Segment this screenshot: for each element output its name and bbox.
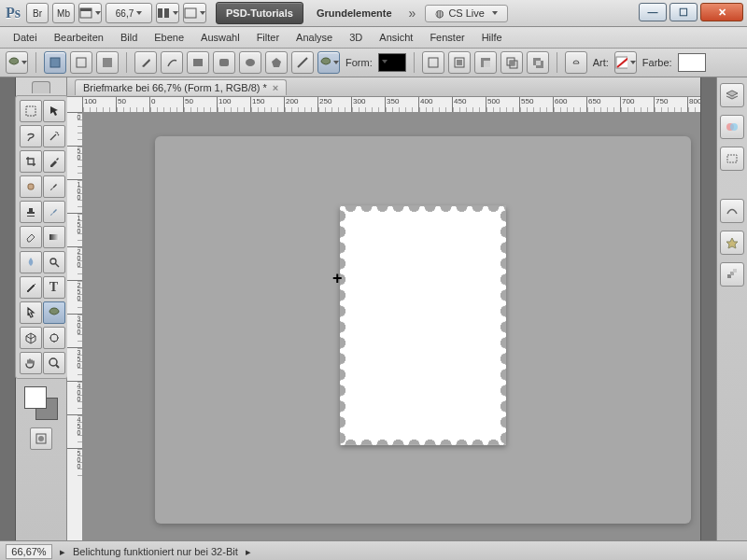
svg-rect-17 bbox=[484, 61, 490, 67]
vertical-ruler[interactable]: 050100150200250300350400450500 bbox=[67, 112, 83, 540]
rectangle-shape-icon[interactable] bbox=[187, 51, 209, 74]
cs-live-label: CS Live bbox=[448, 7, 485, 19]
freeform-pen-icon[interactable] bbox=[161, 51, 183, 74]
right-edge-gutter[interactable] bbox=[700, 77, 716, 540]
fill-pixels-mode[interactable] bbox=[96, 51, 119, 74]
cs-live-button[interactable]: ◍ CS Live bbox=[425, 5, 508, 22]
svg-point-31 bbox=[50, 334, 58, 342]
style-link-icon[interactable] bbox=[565, 51, 587, 74]
paths-panel-icon[interactable] bbox=[720, 147, 744, 171]
ellipse-shape-icon[interactable] bbox=[239, 51, 261, 74]
menu-bearbeiten[interactable]: Bearbeiten bbox=[49, 30, 109, 45]
color-picker[interactable] bbox=[678, 53, 706, 72]
workspace-selector[interactable]: Grundelemente bbox=[309, 3, 400, 23]
workspace-more-icon[interactable]: » bbox=[409, 6, 416, 21]
path-subtract-icon[interactable] bbox=[474, 51, 497, 74]
left-edge-gutter[interactable] bbox=[0, 77, 16, 540]
path-intersect-icon[interactable] bbox=[500, 51, 523, 74]
foreground-color-swatch[interactable] bbox=[24, 386, 47, 409]
marquee-tool[interactable] bbox=[20, 100, 42, 122]
path-add-icon[interactable] bbox=[448, 51, 471, 74]
menu-bild[interactable]: Bild bbox=[115, 30, 143, 45]
ruler-origin[interactable] bbox=[67, 97, 83, 113]
menu-3d[interactable]: 3D bbox=[344, 30, 368, 45]
fg-bg-colors[interactable] bbox=[22, 385, 60, 422]
path-exclude-icon[interactable] bbox=[527, 51, 549, 74]
shape-layers-mode[interactable] bbox=[44, 51, 66, 74]
hand-tool[interactable] bbox=[20, 352, 42, 374]
3d-object-tool[interactable] bbox=[20, 327, 42, 349]
horizontal-ruler[interactable]: 1005005010015020025030035040045050055060… bbox=[82, 97, 700, 113]
dodge-tool[interactable] bbox=[43, 251, 65, 273]
stamp-shape[interactable] bbox=[340, 205, 506, 444]
path-new-icon[interactable] bbox=[422, 51, 444, 74]
3d-camera-tool[interactable] bbox=[43, 327, 65, 349]
pen-tool-icon[interactable] bbox=[134, 51, 157, 74]
pen-tool[interactable] bbox=[20, 276, 42, 299]
tools-panel: T bbox=[16, 77, 67, 540]
paths-mode[interactable] bbox=[70, 51, 92, 74]
status-bar: 66,67% ▸ Belichtung funktioniert nur bei… bbox=[0, 540, 747, 560]
canvas[interactable]: + bbox=[82, 112, 700, 540]
menu-fenster[interactable]: Fenster bbox=[424, 30, 470, 45]
menu-ebene[interactable]: Ebene bbox=[148, 30, 190, 45]
main-body: T Briefmarke bei 66,7% (Form 1, RGB/8) *… bbox=[0, 77, 747, 540]
zoom-tool[interactable] bbox=[43, 352, 65, 374]
eyedropper-tool[interactable] bbox=[43, 150, 65, 173]
brush-tool[interactable] bbox=[43, 175, 65, 198]
tools-panel-handle[interactable] bbox=[32, 81, 50, 93]
status-nav-icon[interactable]: ▸ bbox=[60, 546, 65, 558]
svg-rect-20 bbox=[510, 61, 514, 65]
view-extras-dropdown[interactable] bbox=[78, 3, 102, 23]
history-panel-icon[interactable] bbox=[720, 262, 744, 287]
menu-hilfe[interactable]: Hilfe bbox=[476, 30, 508, 45]
quickmask-toggle[interactable] bbox=[30, 427, 52, 450]
close-button[interactable]: ✕ bbox=[700, 3, 743, 21]
zoom-level-dropdown[interactable]: 66,7 bbox=[106, 3, 152, 23]
line-shape-icon[interactable] bbox=[291, 51, 314, 74]
tool-preset-picker[interactable] bbox=[6, 51, 28, 74]
shape-picker[interactable] bbox=[378, 53, 406, 72]
artboard: + bbox=[155, 136, 691, 524]
custom-shape-icon[interactable] bbox=[317, 51, 340, 74]
minibridge-button[interactable]: Mb bbox=[52, 3, 75, 23]
custom-shape-tool[interactable] bbox=[43, 301, 65, 324]
blur-tool[interactable] bbox=[20, 251, 42, 273]
eraser-tool[interactable] bbox=[20, 226, 42, 248]
menu-datei[interactable]: Datei bbox=[7, 30, 43, 45]
crop-tool[interactable] bbox=[20, 150, 42, 173]
move-tool[interactable] bbox=[43, 100, 65, 122]
screen-mode-dropdown[interactable] bbox=[183, 3, 206, 23]
heal-tool[interactable] bbox=[20, 175, 42, 198]
arrange-dropdown[interactable] bbox=[156, 3, 179, 23]
menu-filter[interactable]: Filter bbox=[251, 30, 285, 45]
rounded-rect-shape-icon[interactable] bbox=[213, 51, 235, 74]
layers-panel-icon[interactable] bbox=[720, 83, 744, 107]
maximize-button[interactable]: ☐ bbox=[669, 3, 698, 21]
canvas-viewport: 1005005010015020025030035040045050055060… bbox=[67, 97, 700, 540]
svg-rect-3 bbox=[164, 8, 169, 18]
style-picker[interactable] bbox=[614, 51, 637, 74]
history-brush-tool[interactable] bbox=[43, 201, 65, 223]
adjustments-panel-icon[interactable] bbox=[720, 199, 744, 223]
document-tab[interactable]: Briefmarke bei 66,7% (Form 1, RGB/8) * × bbox=[75, 79, 287, 95]
path-select-tool[interactable] bbox=[20, 301, 42, 324]
psd-tutorials-badge[interactable]: PSD-Tutorials bbox=[216, 2, 303, 24]
menu-auswahl[interactable]: Auswahl bbox=[195, 30, 246, 45]
menu-ansicht[interactable]: Ansicht bbox=[374, 30, 418, 45]
status-zoom[interactable]: 66,67% bbox=[6, 544, 52, 559]
styles-panel-icon[interactable] bbox=[720, 231, 744, 255]
lasso-tool[interactable] bbox=[20, 125, 42, 147]
wand-tool[interactable] bbox=[43, 125, 65, 147]
stamp-tool[interactable] bbox=[20, 201, 42, 223]
close-tab-icon[interactable]: × bbox=[273, 82, 278, 93]
status-more-icon[interactable]: ▸ bbox=[246, 546, 251, 558]
gradient-tool[interactable] bbox=[43, 226, 65, 248]
type-tool[interactable]: T bbox=[43, 276, 65, 299]
channels-panel-icon[interactable] bbox=[720, 115, 744, 139]
polygon-shape-icon[interactable] bbox=[265, 51, 288, 74]
bridge-button[interactable]: Br bbox=[26, 3, 49, 23]
svg-rect-26 bbox=[26, 106, 35, 116]
menu-analyse[interactable]: Analyse bbox=[290, 30, 338, 45]
minimize-button[interactable]: — bbox=[639, 3, 667, 21]
